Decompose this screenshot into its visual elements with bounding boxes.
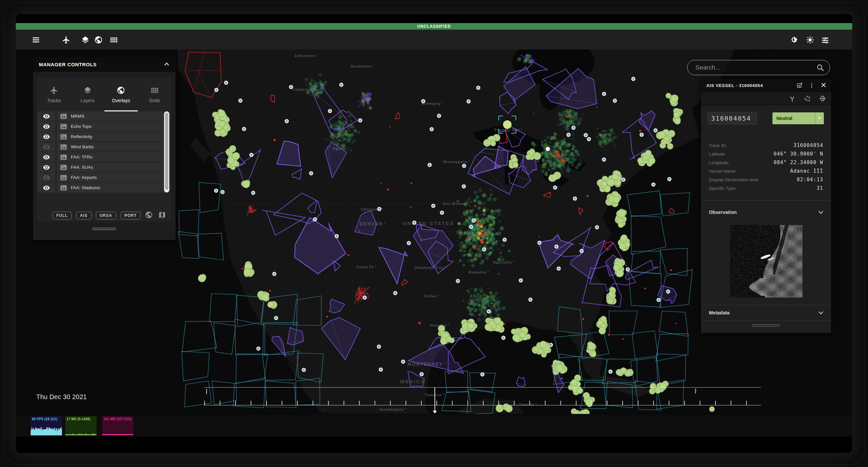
filter-button-port[interactable]: PORT: [121, 212, 141, 220]
visibility-toggle[interactable]: [37, 184, 56, 192]
chevron-up-icon[interactable]: [163, 61, 170, 68]
timeline-track[interactable]: [204, 387, 761, 387]
map-view-button[interactable]: [158, 211, 166, 220]
vessel-panel-header: AIS VESSEL - 316004054: [701, 79, 831, 92]
panel-resize-handle[interactable]: [92, 228, 116, 231]
scrollbar-thumb[interactable]: [165, 113, 168, 190]
brightness-half-icon: [790, 36, 799, 44]
timeline-ruler[interactable]: [204, 401, 761, 405]
tab-tracks[interactable]: Tracks: [37, 82, 71, 110]
meter-label: 60 FPS (18-121): [31, 416, 62, 421]
overlay-row[interactable]: Reflectivity: [37, 132, 164, 141]
filter-button-full[interactable]: FULL: [52, 212, 72, 220]
perf-meter-mb[interactable]: 341 MB (307-514): [102, 416, 133, 435]
tab-layers[interactable]: Layers: [71, 82, 104, 110]
layer-thumbnail-icon: [60, 153, 67, 161]
overlay-row[interactable]: FAA: SUAs: [37, 163, 164, 172]
scatter-dots-icon: [803, 95, 811, 103]
layers-toolbar-button[interactable]: [81, 35, 90, 45]
search-icon: [816, 63, 825, 72]
timeline-marker-tick: [695, 388, 696, 393]
directions-button[interactable]: [818, 95, 827, 103]
globe-icon: [145, 211, 153, 219]
overlay-row[interactable]: Wind Barbs: [37, 142, 164, 152]
track-id-input[interactable]: [708, 112, 757, 124]
tune-icon: [821, 36, 830, 44]
overlays-toolbar-button[interactable]: [94, 35, 103, 45]
field-value: 316004054: [794, 142, 823, 148]
field-label: Longitude:: [709, 160, 774, 165]
scatter-points-button[interactable]: [803, 95, 811, 103]
chevron-down-icon: [817, 209, 825, 216]
overlay-row[interactable]: FAA: Airports: [37, 173, 164, 182]
perf-meter-ms[interactable]: 17 MS (0-1456): [65, 416, 96, 435]
metadata-section-header[interactable]: Metadata: [701, 305, 831, 321]
globe-view-button[interactable]: [145, 211, 153, 220]
panel-resize-handle[interactable]: [752, 324, 780, 328]
overlay-filter-row: FULLAISURSAPORT: [37, 209, 171, 222]
timeline-playhead[interactable]: [434, 387, 435, 411]
overlay-name: Reflectivity: [71, 134, 92, 139]
filter-button-ursa[interactable]: URSA: [96, 212, 116, 220]
visibility-toggle[interactable]: [37, 123, 56, 130]
layer-thumbnail-icon: [60, 123, 67, 130]
overlay-name: Echo Tops: [71, 124, 92, 129]
dropdown-arrow-icon[interactable]: [815, 112, 824, 124]
layer-thumbnail: [56, 164, 71, 171]
visibility-toggle[interactable]: [37, 133, 56, 140]
perf-meter-fps[interactable]: 60 FPS (18-121): [31, 416, 62, 435]
observation-section-header[interactable]: Observation: [701, 204, 831, 220]
layer-thumbnail: [56, 153, 71, 161]
tab-overlays[interactable]: Overlays: [104, 82, 138, 110]
brightness-button[interactable]: [805, 35, 815, 45]
layer-thumbnail-icon: [60, 164, 67, 171]
layer-thumbnail: [56, 112, 71, 120]
field-label: Display Observation time: [709, 177, 797, 182]
tracks-toolbar-button[interactable]: [61, 35, 71, 45]
vessel-field-row: Latitude:046° 30.9000' N: [701, 150, 831, 158]
manager-controls-body: TracksLayersOverlaysGrids MRMSEcho TopsR…: [37, 78, 171, 222]
overlay-row[interactable]: Echo Tops: [37, 122, 164, 131]
manager-controls-header[interactable]: MANAGER CONTROLS: [33, 57, 176, 72]
app-window: UNCLASSIFIED: [16, 14, 852, 453]
vessel-field-row: Track ID:316004054: [701, 141, 831, 150]
affiliation-value: Neutral: [772, 116, 815, 121]
search-input[interactable]: [695, 64, 816, 71]
metadata-label: Metadata: [709, 310, 817, 315]
vessel-panel-toolbar: [701, 92, 831, 105]
overlay-row[interactable]: MRMS: [37, 111, 164, 121]
brightness-contrast-button[interactable]: [789, 35, 799, 45]
layer-thumbnail: [56, 184, 71, 192]
visibility-toggle[interactable]: [37, 153, 56, 161]
meter-label: 341 MB (307-514): [102, 416, 133, 421]
overlay-row[interactable]: FAA: TFRs: [37, 152, 164, 162]
menu-button[interactable]: [31, 35, 41, 45]
affiliation-select[interactable]: Neutral: [772, 112, 824, 124]
close-panel-button[interactable]: [820, 82, 827, 89]
field-label: Vessel Name:: [709, 169, 790, 174]
grids-toolbar-button[interactable]: [109, 35, 119, 45]
visibility-toggle[interactable]: [37, 113, 56, 120]
route-history-button[interactable]: [788, 95, 796, 103]
layer-thumbnail-icon: [60, 133, 67, 141]
more-options-button[interactable]: [809, 82, 815, 89]
overlay-name: FAA: TFRs: [71, 154, 93, 159]
visibility-toggle-off[interactable]: [37, 174, 56, 181]
settings-button[interactable]: [820, 35, 830, 45]
ais-vessel-panel: AIS VESSEL - 316004054 Neutral: [701, 79, 831, 333]
overlay-name: FAA: Stadiums: [71, 185, 100, 190]
vessel-panel-title: AIS VESSEL - 316004054: [706, 83, 790, 88]
overlay-name: FAA: SUAs: [71, 165, 93, 170]
manager-controls-title: MANAGER CONTROLS: [39, 62, 96, 67]
overlay-row[interactable]: FAA: Stadiums: [37, 183, 164, 193]
filter-button-ais[interactable]: AIS: [76, 212, 92, 220]
visibility-toggle[interactable]: [37, 164, 56, 171]
visibility-toggle-off[interactable]: [37, 143, 56, 151]
vessel-fields: Track ID:316004054Latitude:046° 30.9000'…: [701, 141, 831, 193]
overlay-list-scrollbar[interactable]: [164, 111, 169, 193]
field-value: Adanac III: [790, 168, 823, 174]
tab-grids[interactable]: Grids: [138, 82, 171, 110]
popout-button[interactable]: [796, 82, 803, 89]
grid-icon: [110, 36, 118, 44]
layer-thumbnail-icon: [60, 112, 67, 120]
